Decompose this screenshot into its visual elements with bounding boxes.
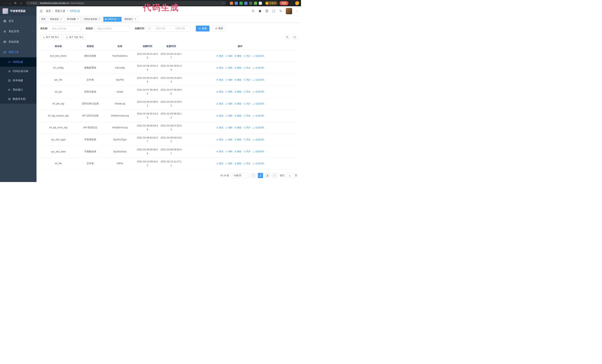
import-sql-button[interactable]: 基于 SQL 导入 — [63, 34, 86, 40]
menu-fold-icon[interactable] — [39, 10, 43, 13]
action-gencode-link[interactable]: 生成代码 — [252, 138, 264, 141]
action-sync-link[interactable]: 同步 — [243, 54, 251, 58]
fullscreen-icon[interactable] — [272, 10, 275, 13]
close-icon[interactable]: × — [77, 18, 79, 21]
action-eye-link[interactable]: 预览 — [216, 78, 223, 82]
breadcrumb-devtools[interactable]: 研发工具 — [55, 10, 65, 13]
close-icon[interactable]: × — [60, 18, 62, 21]
action-eye-link[interactable]: 预览 — [216, 162, 223, 165]
tab-表单构建[interactable]: 表单构建× — [65, 17, 81, 22]
action-sync-link[interactable]: 同步 — [243, 66, 251, 70]
page-size-select[interactable]: 10条/页 — [231, 173, 249, 178]
browser-menu-icon[interactable]: ⋮ — [291, 2, 293, 5]
extension-icon-4[interactable] — [244, 2, 247, 5]
sidebar-subitem[interactable]: 数据库文档 — [0, 94, 36, 104]
table-name-input[interactable] — [49, 26, 81, 31]
breadcrumb-home[interactable]: 首页 — [46, 10, 51, 13]
action-sync-link[interactable]: 同步 — [243, 150, 251, 153]
action-gencode-link[interactable]: 生成代码 — [252, 126, 264, 129]
action-gencode-link[interactable]: 生成代码 — [252, 90, 264, 94]
browser-profile-avatar[interactable] — [295, 1, 299, 5]
security-warning[interactable]: ⚠ 不安全 — [28, 2, 37, 5]
app-logo[interactable]: 芋道管理系统 — [0, 6, 36, 16]
sidebar-subitem[interactable]: 系统接口 — [0, 85, 36, 94]
action-edit-link[interactable]: 编辑 — [225, 54, 232, 58]
action-delete-link[interactable]: 删除 — [234, 162, 242, 165]
browser-home-icon[interactable]: ⌂ — [19, 1, 23, 6]
close-icon[interactable]: × — [98, 18, 101, 21]
prev-page-button[interactable] — [251, 173, 256, 178]
date-start-placeholder[interactable]: 开始日期 — [152, 27, 169, 30]
action-sync-link[interactable]: 同步 — [243, 162, 251, 165]
github-icon[interactable] — [258, 10, 262, 13]
action-eye-link[interactable]: 预览 — [216, 66, 223, 70]
import-db-button[interactable]: 基于 DB 导入 — [40, 34, 62, 40]
action-delete-link[interactable]: 删除 — [234, 138, 242, 141]
action-edit-link[interactable]: 编辑 — [225, 90, 232, 94]
action-eye-link[interactable]: 预览 — [216, 90, 223, 94]
extension-icon-6[interactable] — [254, 2, 257, 5]
action-sync-link[interactable]: 同步 — [243, 78, 251, 82]
action-edit-link[interactable]: 编辑 — [225, 150, 232, 153]
sidebar-item[interactable]: 系统管理 — [0, 26, 36, 37]
action-eye-link[interactable]: 预览 — [216, 126, 223, 129]
action-edit-link[interactable]: 编辑 — [225, 102, 232, 105]
close-icon[interactable]: × — [117, 18, 120, 21]
extension-icon-3[interactable] — [239, 2, 243, 5]
chevron-down-icon[interactable] — [296, 10, 298, 12]
action-delete-link[interactable]: 删除 — [234, 66, 242, 70]
refresh-table-button[interactable] — [292, 34, 297, 40]
action-gencode-link[interactable]: 生成代码 — [252, 54, 264, 58]
page-button-2[interactable]: 2 — [265, 173, 270, 178]
tab-代码生成[interactable]: 代码生成× — [103, 17, 121, 22]
action-delete-link[interactable]: 删除 — [234, 54, 242, 58]
action-gencode-link[interactable]: 生成代码 — [252, 78, 264, 82]
help-icon[interactable] — [265, 10, 269, 13]
address-bar[interactable]: ⚠ 不安全 dashboard.yudao.iocoder.cn/tool/co… — [26, 1, 226, 5]
close-icon[interactable]: × — [134, 18, 137, 21]
browser-update-button[interactable]: 更新 — [280, 1, 288, 5]
action-eye-link[interactable]: 预览 — [216, 54, 223, 58]
reset-button[interactable]: 重置 — [212, 26, 226, 31]
extension-icon-7[interactable] — [259, 2, 262, 5]
sidebar-item[interactable]: 首页 — [0, 16, 36, 26]
sidebar-subitem[interactable]: 代码生成示例 — [0, 67, 36, 76]
action-sync-link[interactable]: 同步 — [243, 102, 251, 105]
action-edit-link[interactable]: 编辑 — [225, 114, 232, 118]
sidebar-subitem[interactable]: 表单构建 — [0, 76, 36, 85]
tab-首页[interactable]: 首页 — [39, 17, 47, 22]
tab-代码生成示例[interactable]: 代码生成示例× — [82, 17, 102, 22]
action-sync-link[interactable]: 同步 — [243, 90, 251, 94]
action-gencode-link[interactable]: 生成代码 — [252, 66, 264, 70]
action-sync-link[interactable]: 同步 — [243, 126, 251, 129]
browser-reload-icon[interactable]: ↻ — [13, 1, 18, 6]
browser-forward-icon[interactable]: → — [7, 1, 12, 6]
action-delete-link[interactable]: 删除 — [234, 150, 242, 153]
action-delete-link[interactable]: 删除 — [234, 126, 242, 129]
action-delete-link[interactable]: 删除 — [234, 114, 242, 118]
page-button-1[interactable]: 1 — [258, 173, 263, 178]
action-gencode-link[interactable]: 生成代码 — [252, 162, 264, 165]
extension-icon-5[interactable] — [249, 2, 252, 5]
action-edit-link[interactable]: 编辑 — [225, 126, 232, 129]
action-edit-link[interactable]: 编辑 — [225, 138, 232, 141]
action-sync-link[interactable]: 同步 — [243, 138, 251, 141]
action-edit-link[interactable]: 编辑 — [225, 66, 232, 70]
action-eye-link[interactable]: 预览 — [216, 114, 223, 118]
action-gencode-link[interactable]: 生成代码 — [252, 114, 264, 118]
font-size-icon[interactable] — [279, 10, 282, 13]
action-delete-link[interactable]: 删除 — [234, 102, 242, 105]
action-eye-link[interactable]: 预览 — [216, 102, 223, 105]
date-range-picker[interactable]: 开始日期 - 结束日期 — [146, 26, 191, 31]
action-gencode-link[interactable]: 生成代码 — [252, 102, 264, 105]
bookmark-star-icon[interactable]: ☆ — [222, 2, 224, 5]
extension-icon-2[interactable] — [235, 2, 238, 5]
sidebar-subitem[interactable]: 代码生成 — [0, 57, 36, 67]
table-desc-input[interactable] — [95, 26, 130, 31]
extension-icon-1[interactable] — [230, 2, 233, 5]
user-avatar[interactable] — [286, 8, 292, 14]
sidebar-item[interactable]: 基础设施 — [0, 37, 36, 47]
search-icon[interactable] — [252, 10, 255, 13]
toggle-search-button[interactable] — [284, 34, 290, 40]
goto-page-input[interactable] — [286, 173, 294, 178]
